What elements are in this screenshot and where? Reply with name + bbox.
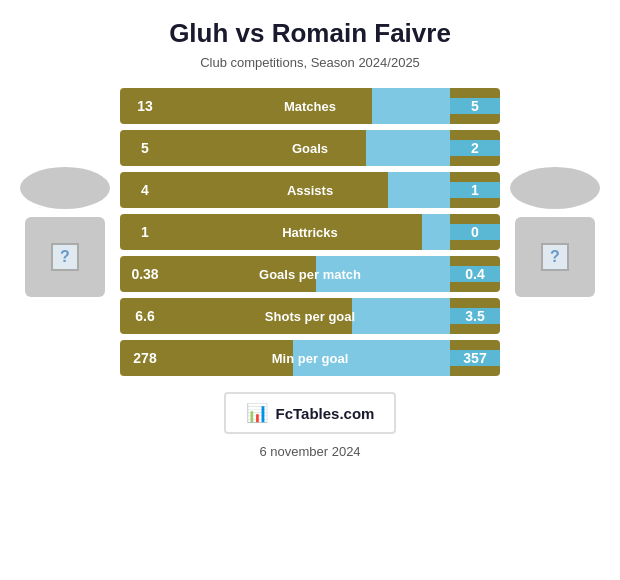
left-avatar-main: ? [25,217,105,297]
stat-right-value: 5 [450,98,500,114]
watermark-icon: 📊 [246,402,268,424]
stats-area: 13Matches55Goals24Assists11Hattricks00.3… [120,88,500,376]
page-title: Gluh vs Romain Faivre [169,18,451,49]
right-avatar-icon: ? [541,243,569,271]
stat-left-value: 6.6 [120,308,170,324]
stat-row: 5Goals2 [120,130,500,166]
right-player-avatars: ? [500,167,610,297]
right-avatar-main: ? [515,217,595,297]
stat-row: 4Assists1 [120,172,500,208]
stat-right-fill [422,214,450,250]
page-subtitle: Club competitions, Season 2024/2025 [200,55,420,70]
left-player-avatars: ? [10,167,120,297]
stat-right-fill [388,172,450,208]
comparison-area: ? 13Matches55Goals24Assists11Hattricks00… [10,88,610,376]
stat-label: Min per goal [272,351,349,366]
right-avatar-top [510,167,600,209]
stat-bar-container: Goals per match [170,256,450,292]
stat-left-value: 13 [120,98,170,114]
stat-bar-container: Shots per goal [170,298,450,334]
stat-left-value: 5 [120,140,170,156]
stat-row: 278Min per goal357 [120,340,500,376]
stat-label: Assists [287,183,333,198]
stat-right-fill [372,88,450,124]
stat-row: 6.6Shots per goal3.5 [120,298,500,334]
stat-label: Shots per goal [265,309,355,324]
stat-label: Matches [284,99,336,114]
page-container: Gluh vs Romain Faivre Club competitions,… [0,0,620,580]
footer-date: 6 november 2024 [259,444,360,459]
stat-row: 13Matches5 [120,88,500,124]
stat-right-fill [366,130,450,166]
stat-right-value: 2 [450,140,500,156]
stat-bar-container: Hattricks [170,214,450,250]
stat-bar-container: Matches [170,88,450,124]
stat-bar-container: Min per goal [170,340,450,376]
stat-right-value: 1 [450,182,500,198]
stat-bar-container: Assists [170,172,450,208]
stat-right-value: 0.4 [450,266,500,282]
stat-left-value: 278 [120,350,170,366]
left-avatar-top [20,167,110,209]
stat-label: Goals per match [259,267,361,282]
stat-right-value: 0 [450,224,500,240]
watermark: 📊 FcTables.com [224,392,397,434]
stat-label: Goals [292,141,328,156]
stat-left-value: 0.38 [120,266,170,282]
stat-row: 1Hattricks0 [120,214,500,250]
stat-left-value: 1 [120,224,170,240]
stat-left-value: 4 [120,182,170,198]
stat-label: Hattricks [282,225,338,240]
stat-right-value: 357 [450,350,500,366]
stat-row: 0.38Goals per match0.4 [120,256,500,292]
watermark-text: FcTables.com [276,405,375,422]
stat-bar-container: Goals [170,130,450,166]
stat-right-value: 3.5 [450,308,500,324]
stat-right-fill [352,298,450,334]
left-avatar-icon: ? [51,243,79,271]
